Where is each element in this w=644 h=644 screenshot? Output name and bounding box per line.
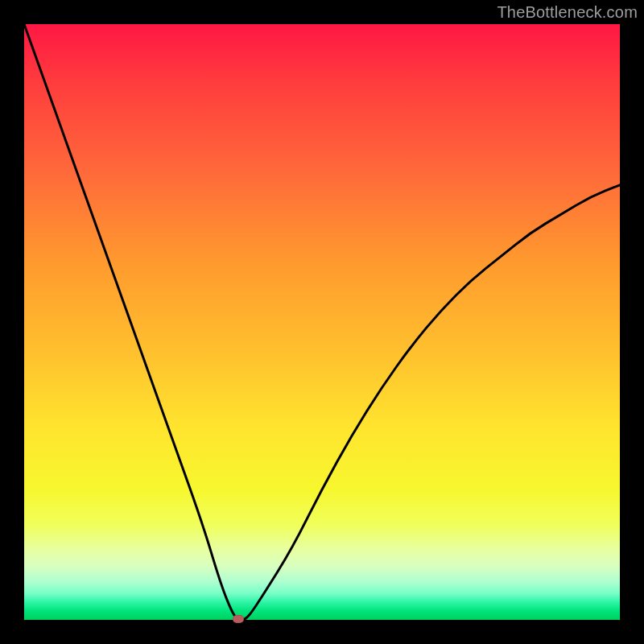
watermark-text: TheBottleneck.com xyxy=(497,3,638,22)
chart-frame: TheBottleneck.com xyxy=(0,0,644,644)
bottleneck-curve xyxy=(24,24,620,620)
plot-area xyxy=(24,24,620,620)
optimal-point-marker xyxy=(233,615,244,623)
